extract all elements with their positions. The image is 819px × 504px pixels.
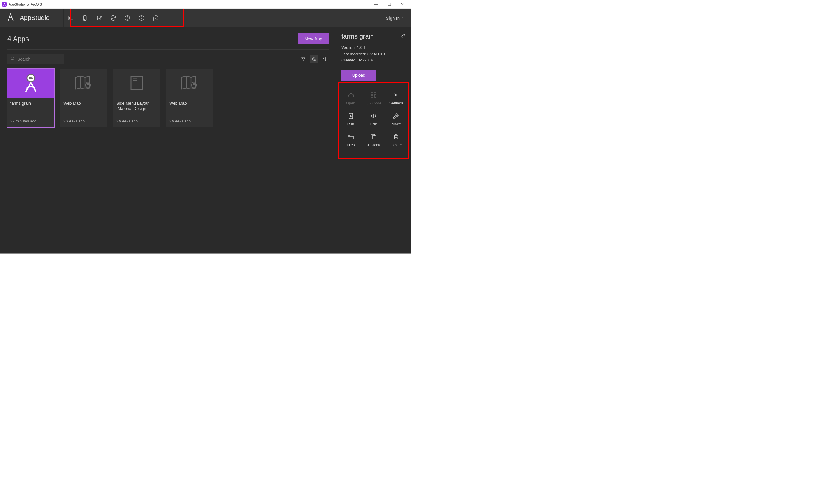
edit-title-button[interactable] xyxy=(400,33,406,40)
meta-version: Version: 1.0.1 xyxy=(341,44,406,51)
svg-point-5 xyxy=(99,18,100,19)
sign-in-button[interactable]: Sign In xyxy=(386,16,405,21)
svg-point-10 xyxy=(141,17,142,17)
window-close-button[interactable]: ✕ xyxy=(396,2,409,6)
app-card[interactable]: farms grain 22 minutes ago xyxy=(7,69,54,127)
sign-in-label: Sign In xyxy=(386,16,400,21)
app-card[interactable]: Side Menu Layout (Material Design) 2 wee… xyxy=(113,69,160,127)
side-title: farms grain xyxy=(341,33,400,40)
svg-point-24 xyxy=(373,116,374,116)
app-card[interactable]: Web Map 2 weeks ago xyxy=(60,69,107,127)
svg-rect-19 xyxy=(371,92,373,94)
card-title: Side Menu Layout (Material Design) xyxy=(116,101,157,111)
svg-rect-25 xyxy=(372,136,376,139)
card-body: Side Menu Layout (Material Design) 2 wee… xyxy=(113,98,160,127)
search-box[interactable] xyxy=(7,54,64,64)
card-time: 2 weeks ago xyxy=(63,119,104,124)
sort-recent-button[interactable] xyxy=(310,55,318,63)
card-time: 22 minutes ago xyxy=(10,119,52,124)
app-logo-icon: A xyxy=(2,2,7,7)
card-time: 2 weeks ago xyxy=(169,119,210,124)
apps-count-label: 4 Apps xyxy=(7,35,298,43)
svg-point-6 xyxy=(100,16,101,18)
search-row xyxy=(7,54,329,64)
meta-modified: Last modified: 6/23/2019 xyxy=(341,51,406,57)
upload-button[interactable]: Upload xyxy=(341,70,376,81)
duplicate-icon xyxy=(370,133,377,140)
qr-code-icon xyxy=(370,92,377,99)
help-button[interactable] xyxy=(120,9,134,27)
action-open: Open xyxy=(341,92,360,105)
device-button[interactable] xyxy=(78,9,92,27)
action-run[interactable]: Run xyxy=(341,112,360,126)
hammer-icon xyxy=(393,112,400,119)
view-controls xyxy=(299,55,329,63)
new-app-button[interactable]: New App xyxy=(298,33,329,44)
action-delete[interactable]: Delete xyxy=(387,133,406,147)
svg-point-11 xyxy=(11,57,14,60)
search-input[interactable] xyxy=(17,57,61,61)
gear-icon xyxy=(393,92,400,99)
svg-point-8 xyxy=(127,19,127,19)
window-title: AppStudio for ArcGIS xyxy=(9,2,369,6)
cloud-icon xyxy=(347,92,354,99)
code-icon xyxy=(370,112,377,119)
svg-point-15 xyxy=(87,83,89,85)
console-button[interactable] xyxy=(64,9,78,27)
main-header: 4 Apps New App xyxy=(7,33,329,44)
cards-container: farms grain 22 minutes ago Web Map 2 wee… xyxy=(7,69,329,127)
app-window: A AppStudio for ArcGIS — ☐ ✕ AppStudio xyxy=(0,0,411,254)
main-column: 4 Apps New App xyxy=(0,27,336,253)
feedback-button[interactable] xyxy=(149,9,163,27)
info-button[interactable] xyxy=(134,9,149,27)
app-meta: Version: 1.0.1 Last modified: 6/23/2019 … xyxy=(341,44,406,64)
action-settings[interactable]: Settings xyxy=(387,92,406,105)
card-title: Web Map xyxy=(63,101,104,106)
side-panel: farms grain Version: 1.0.1 Last modified… xyxy=(336,27,411,253)
card-body: Web Map 2 weeks ago xyxy=(60,98,107,127)
action-files[interactable]: Files xyxy=(341,133,360,147)
side-title-row: farms grain xyxy=(341,33,406,40)
svg-point-22 xyxy=(395,94,397,96)
window-titlebar: A AppStudio for ArcGIS — ☐ ✕ xyxy=(0,0,411,9)
svg-point-4 xyxy=(97,16,98,18)
action-grid: Open QR Code Settings Run Edit xyxy=(341,92,406,147)
run-icon xyxy=(347,112,354,119)
window-minimize-button[interactable]: — xyxy=(369,2,383,6)
folder-icon xyxy=(347,133,354,140)
card-title: Web Map xyxy=(169,101,210,106)
card-time: 2 weeks ago xyxy=(116,119,157,124)
card-thumbnail xyxy=(113,69,160,98)
search-icon xyxy=(10,56,15,62)
action-duplicate[interactable]: Duplicate xyxy=(364,133,383,147)
brand-text: AppStudio xyxy=(20,14,50,22)
body-area: 4 Apps New App xyxy=(0,27,411,253)
card-title: farms grain xyxy=(10,101,52,106)
svg-rect-20 xyxy=(374,92,376,94)
chevron-down-icon xyxy=(401,16,405,21)
top-toolbar: AppStudio xyxy=(0,9,411,27)
card-thumbnail xyxy=(7,69,54,98)
settings-sliders-button[interactable] xyxy=(92,9,106,27)
action-edit[interactable]: Edit xyxy=(364,112,383,126)
brand-area: AppStudio xyxy=(0,12,55,24)
card-thumbnail xyxy=(60,69,107,98)
trash-icon xyxy=(393,133,400,140)
svg-point-18 xyxy=(193,83,195,85)
app-card[interactable]: Web Map 2 weeks ago xyxy=(166,69,213,127)
compass-logo-icon xyxy=(6,12,16,24)
toolbar-group-1 xyxy=(63,9,163,27)
refresh-button[interactable] xyxy=(106,9,120,27)
sort-alpha-button[interactable] xyxy=(320,55,329,63)
svg-rect-21 xyxy=(371,96,373,98)
window-maximize-button[interactable]: ☐ xyxy=(383,2,396,6)
filter-button[interactable] xyxy=(299,55,308,63)
action-make[interactable]: Make xyxy=(387,112,406,126)
svg-rect-1 xyxy=(68,16,73,20)
meta-created: Created: 3/5/2019 xyxy=(341,57,406,64)
card-body: Web Map 2 weeks ago xyxy=(166,98,213,127)
svg-point-3 xyxy=(84,19,85,20)
card-body: farms grain 22 minutes ago xyxy=(7,98,54,127)
divider xyxy=(7,49,329,50)
side-divider xyxy=(341,87,406,87)
